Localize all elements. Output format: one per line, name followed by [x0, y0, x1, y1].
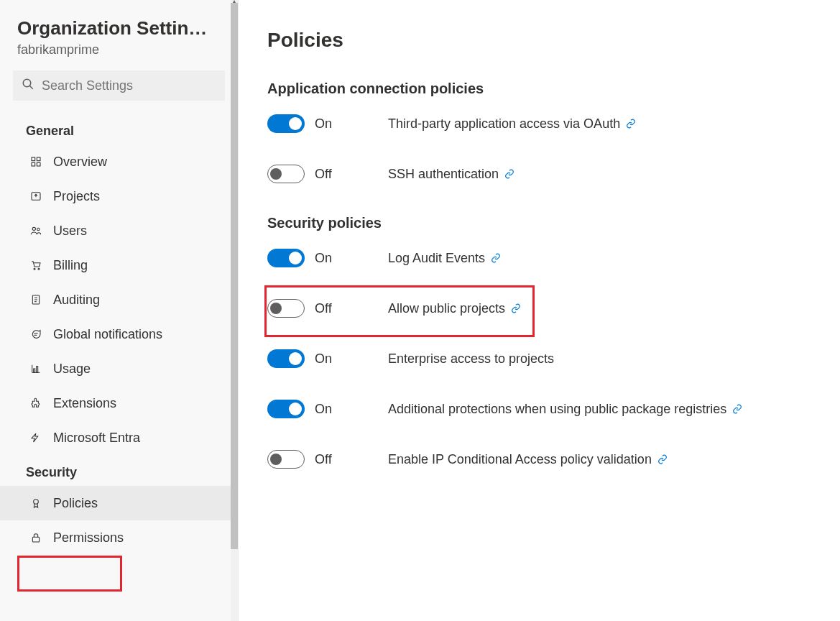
- sidebar-item-global-notifications[interactable]: Global notifications: [0, 317, 238, 351]
- sidebar-item-label: Global notifications: [53, 327, 162, 342]
- search-box[interactable]: [13, 70, 225, 101]
- upload-icon: [29, 189, 43, 203]
- svg-point-9: [34, 268, 35, 270]
- toggle-state: Off: [315, 452, 332, 467]
- org-name: fabrikamprime: [0, 40, 238, 70]
- sidebar-item-microsoft-entra[interactable]: Microsoft Entra: [0, 420, 238, 455]
- receipt-icon: [29, 293, 43, 307]
- policy-row: Off Enable IP Conditional Access policy …: [267, 450, 811, 469]
- policy-row: On Enterprise access to projects: [267, 349, 811, 368]
- svg-point-7: [32, 227, 35, 230]
- sidebar-item-permissions[interactable]: Permissions: [0, 520, 238, 555]
- svg-rect-2: [32, 157, 35, 161]
- toggle-state: On: [315, 402, 332, 417]
- sidebar-item-label: Policies: [53, 496, 98, 511]
- toggle-state: Off: [315, 167, 332, 182]
- sidebar-item-policies[interactable]: Policies: [0, 486, 238, 520]
- content-title: Policies: [267, 29, 811, 52]
- sidebar-item-users[interactable]: Users: [0, 213, 238, 248]
- svg-line-1: [29, 86, 33, 89]
- link-icon[interactable]: [657, 454, 668, 464]
- sidebar-item-label: Projects: [53, 189, 100, 204]
- sidebar-item-label: Billing: [53, 258, 88, 273]
- chart-icon: [29, 362, 43, 376]
- sidebar-item-label: Auditing: [53, 293, 100, 308]
- link-icon[interactable]: [504, 169, 514, 179]
- toggle-ssh[interactable]: [267, 165, 305, 183]
- sidebar-item-label: Extensions: [53, 396, 116, 411]
- scrollbar-thumb[interactable]: [231, 3, 238, 549]
- ribbon-icon: [29, 496, 43, 510]
- svg-rect-20: [37, 367, 38, 373]
- grid-icon: [29, 155, 43, 169]
- svg-rect-22: [32, 537, 39, 542]
- lock-icon: [29, 530, 43, 545]
- policy-label: Log Audit Events: [388, 251, 485, 266]
- policy-label: SSH authentication: [388, 167, 499, 182]
- sidebar-item-auditing[interactable]: Auditing: [0, 282, 238, 317]
- policy-row: On Log Audit Events: [267, 249, 811, 267]
- puzzle-icon: [29, 396, 43, 410]
- search-input[interactable]: [42, 78, 216, 93]
- section-header-security: Security: [0, 455, 238, 486]
- toggle-ip-conditional[interactable]: [267, 450, 305, 469]
- toggle-state: Off: [315, 301, 332, 316]
- svg-rect-19: [34, 369, 35, 372]
- policy-label: Additional protections when using public…: [388, 402, 726, 417]
- sidebar-item-usage[interactable]: Usage: [0, 351, 238, 386]
- svg-point-21: [34, 500, 39, 505]
- people-icon: [29, 224, 43, 238]
- toggle-enterprise-access[interactable]: [267, 349, 305, 368]
- svg-point-10: [38, 268, 40, 270]
- sidebar: ▴ Organization Settin… fabrikamprime Gen…: [0, 0, 239, 621]
- main-content: Policies Application connection policies…: [239, 0, 840, 621]
- sidebar-item-overview[interactable]: Overview: [0, 144, 238, 179]
- policy-label: Enterprise access to projects: [388, 351, 554, 367]
- policy-label: Allow public projects: [388, 301, 505, 316]
- svg-point-0: [23, 79, 31, 87]
- section-header-general: General: [0, 114, 238, 144]
- svg-rect-4: [32, 162, 35, 166]
- sidebar-item-label: Microsoft Entra: [53, 431, 140, 446]
- toggle-state: On: [315, 351, 332, 367]
- svg-rect-5: [37, 162, 40, 166]
- sidebar-item-label: Usage: [53, 362, 91, 377]
- sidebar-item-label: Overview: [53, 155, 107, 170]
- policy-row: Off SSH authentication: [267, 165, 811, 183]
- sidebar-item-label: Users: [53, 224, 87, 239]
- group-title-application-connection: Application connection policies: [267, 80, 811, 97]
- svg-rect-3: [37, 157, 40, 161]
- toggle-audit[interactable]: [267, 249, 305, 267]
- toggle-package-protections[interactable]: [267, 400, 305, 418]
- policy-label: Third-party application access via OAuth: [388, 116, 620, 132]
- sidebar-item-projects[interactable]: Projects: [0, 179, 238, 213]
- policy-row: On Additional protections when using pub…: [267, 400, 811, 418]
- page-title: Organization Settin…: [0, 14, 238, 40]
- link-icon[interactable]: [491, 253, 501, 263]
- group-title-security-policies: Security policies: [267, 215, 811, 231]
- toggle-state: On: [315, 251, 332, 266]
- sidebar-item-label: Permissions: [53, 530, 124, 546]
- toggle-oauth[interactable]: [267, 114, 305, 133]
- sidebar-item-extensions[interactable]: Extensions: [0, 386, 238, 420]
- link-icon[interactable]: [511, 303, 521, 313]
- policy-row: Off Allow public projects: [267, 299, 811, 318]
- svg-point-8: [37, 228, 40, 230]
- policy-label: Enable IP Conditional Access policy vali…: [388, 452, 652, 467]
- search-icon: [22, 78, 34, 93]
- cart-icon: [29, 258, 43, 272]
- link-icon[interactable]: [732, 404, 742, 414]
- sidebar-item-billing[interactable]: Billing: [0, 248, 238, 282]
- link-icon[interactable]: [626, 119, 636, 129]
- entra-icon: [29, 431, 43, 445]
- toggle-state: On: [315, 116, 332, 132]
- comment-icon: [29, 327, 43, 341]
- toggle-public-projects[interactable]: [267, 299, 305, 318]
- policy-row: On Third-party application access via OA…: [267, 114, 811, 133]
